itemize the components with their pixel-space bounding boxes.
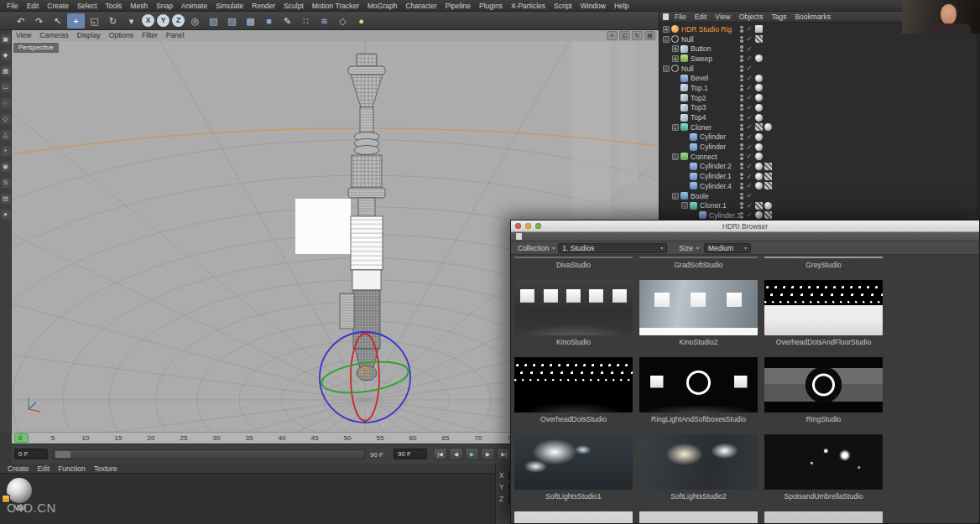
- material-menu-create[interactable]: Create: [3, 464, 34, 473]
- material-preview-sphere[interactable]: [7, 478, 32, 503]
- main-menu-select[interactable]: Select: [73, 0, 102, 12]
- enable-check-icon[interactable]: ✓: [746, 114, 753, 122]
- enable-check-icon[interactable]: ✓: [746, 104, 753, 112]
- hdri-item[interactable]: [636, 511, 761, 523]
- main-menu-sculpt[interactable]: Sculpt: [279, 0, 308, 12]
- expand-toggle-icon[interactable]: +: [663, 26, 670, 33]
- phong-tag-icon[interactable]: [755, 211, 763, 219]
- workplane-mode-icon[interactable]: ▭: [1, 82, 11, 92]
- phong-tag-icon[interactable]: [764, 123, 772, 131]
- main-menu-create[interactable]: Create: [43, 0, 73, 12]
- enable-check-icon[interactable]: ✓: [746, 143, 753, 151]
- enable-check-icon[interactable]: ✓: [746, 45, 753, 53]
- phong-tag-icon[interactable]: [755, 104, 763, 112]
- visibility-dots[interactable]: [740, 153, 743, 160]
- hdri-thumbnail[interactable]: [639, 257, 758, 258]
- phong-tag-icon[interactable]: [755, 94, 763, 101]
- timeline-frame-60[interactable]: 60: [405, 434, 420, 442]
- object-row-button[interactable]: +Button✓: [659, 44, 980, 54]
- hdri-item[interactable]: [761, 511, 886, 523]
- enable-check-icon[interactable]: ✓: [746, 153, 753, 160]
- material-menu-edit[interactable]: Edit: [34, 464, 55, 473]
- hdri-thumbnail[interactable]: [514, 280, 633, 335]
- main-menu-mesh[interactable]: Mesh: [126, 0, 152, 12]
- hdri-thumbnail[interactable]: [639, 434, 758, 490]
- make-editable-icon[interactable]: ▣: [1, 34, 11, 44]
- phong-tag-icon[interactable]: [755, 153, 763, 160]
- om-menu-edit[interactable]: Edit: [691, 12, 712, 23]
- move-tool-icon[interactable]: +: [67, 13, 85, 29]
- phong-tag-icon[interactable]: [755, 75, 763, 82]
- object-row-sweep[interactable]: +Sweep✓: [659, 54, 980, 64]
- visibility-dots[interactable]: [740, 124, 743, 131]
- hdri-thumbnail[interactable]: [514, 357, 633, 412]
- visibility-dots[interactable]: [740, 133, 743, 140]
- hdri-item-greystudio[interactable]: GreyStudio: [761, 257, 886, 280]
- object-row-bevel[interactable]: Bevel✓: [659, 73, 980, 83]
- hdri-item-gradsoftstudio[interactable]: GradSoftStudio: [636, 257, 761, 280]
- add-spline-icon[interactable]: ✎: [279, 13, 296, 29]
- hdri-window-titlebar[interactable]: HDRI Browser: [511, 220, 979, 232]
- enable-check-icon[interactable]: ✓: [746, 75, 753, 82]
- lock-y-axis-icon[interactable]: Y: [157, 14, 169, 27]
- object-row-cylinder-4[interactable]: Cylinder.4✓: [659, 181, 980, 191]
- texture-tag-icon[interactable]: [764, 173, 772, 180]
- viewport-name-label[interactable]: Perspective: [13, 43, 59, 53]
- add-mograph-cloner-icon[interactable]: ∷: [297, 13, 315, 29]
- main-menu-plugins[interactable]: Plugins: [475, 0, 507, 12]
- object-row-connect[interactable]: -Connect✓: [659, 152, 980, 162]
- expand-toggle-icon[interactable]: +: [672, 45, 679, 52]
- goto-start-button[interactable]: |◀: [433, 448, 447, 460]
- main-menu-x-particles[interactable]: X-Particles: [507, 0, 550, 12]
- hdri-item-ringlightandsoftboxesstudio[interactable]: RingLightAndSoftboxesStudio: [636, 357, 761, 434]
- rotate-view-icon[interactable]: ↻: [632, 31, 643, 40]
- object-row-null[interactable]: -Null✓: [659, 34, 980, 44]
- material-menu-texture[interactable]: Texture: [90, 464, 122, 473]
- main-menu-tools[interactable]: Tools: [102, 0, 127, 12]
- object-row-top-1[interactable]: Top.1✓: [659, 83, 980, 93]
- render-picture-viewer-icon[interactable]: ▨: [223, 13, 241, 29]
- om-menu-tags[interactable]: Tags: [767, 12, 790, 23]
- last-used-tool-icon[interactable]: ▾: [122, 13, 140, 29]
- object-row-top3[interactable]: Top3✓: [659, 103, 980, 113]
- redo-icon[interactable]: ↷: [30, 13, 48, 29]
- main-menu-edit[interactable]: Edit: [23, 0, 44, 12]
- live-selection-icon[interactable]: ↖: [49, 13, 66, 29]
- phong-tag-icon[interactable]: [755, 163, 763, 170]
- hdri-content[interactable]: DivaStudioGradSoftStudioGreyStudioKinoSt…: [511, 257, 979, 523]
- pan-view-icon[interactable]: +: [607, 31, 618, 40]
- enable-check-icon[interactable]: ✓: [746, 211, 753, 219]
- play-forward-button[interactable]: ▶: [465, 448, 479, 460]
- slider-handle[interactable]: [55, 451, 70, 458]
- main-menu-motion-tracker[interactable]: Motion Tracker: [308, 0, 363, 12]
- main-menu-window[interactable]: Window: [576, 0, 610, 12]
- texture-tag-icon[interactable]: [764, 163, 772, 170]
- coordinate-system-icon[interactable]: ◎: [186, 13, 204, 29]
- timeline-frame-50[interactable]: 50: [340, 434, 355, 442]
- hdri-thumbnail[interactable]: [639, 280, 758, 335]
- hdri-thumbnail[interactable]: [764, 257, 883, 258]
- visibility-dots[interactable]: [740, 75, 743, 81]
- object-row-cylinder[interactable]: Cylinder✓: [659, 142, 980, 152]
- hdri-thumbnail[interactable]: [639, 357, 758, 412]
- phong-tag-icon[interactable]: [755, 173, 763, 180]
- viewport-menu-options[interactable]: Options: [105, 30, 138, 41]
- visibility-dots[interactable]: [740, 114, 743, 121]
- hdri-item-kinostudio2[interactable]: KinoStudio2: [636, 280, 761, 357]
- main-menu-pipeline[interactable]: Pipeline: [441, 0, 475, 12]
- main-menu-snap[interactable]: Snap: [152, 0, 177, 12]
- phong-tag-icon[interactable]: [755, 54, 763, 62]
- enable-check-icon[interactable]: ✓: [746, 192, 753, 200]
- current-frame-field[interactable]: 0 F: [14, 449, 48, 459]
- previous-key-button[interactable]: ◀: [449, 448, 463, 460]
- main-menu-help[interactable]: Help: [610, 0, 633, 12]
- visibility-dots[interactable]: [740, 26, 743, 33]
- timeline-frame-40[interactable]: 40: [274, 434, 289, 442]
- expand-toggle-icon[interactable]: -: [672, 153, 679, 160]
- size-dropdown[interactable]: Medium▾: [704, 243, 751, 253]
- om-menu-view[interactable]: View: [711, 12, 734, 23]
- hdri-thumbnail[interactable]: [764, 511, 883, 523]
- object-row-cylinder-3[interactable]: Cylinder.3✓: [659, 210, 980, 220]
- timeline-frame-25[interactable]: 25: [176, 434, 191, 442]
- display-tag-icon[interactable]: [755, 25, 763, 33]
